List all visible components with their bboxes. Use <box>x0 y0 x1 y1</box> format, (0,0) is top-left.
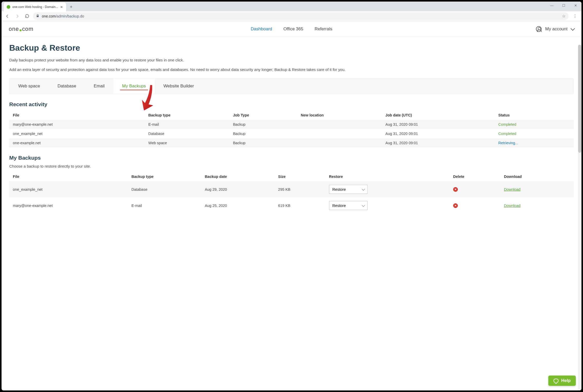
cell-job: Backup <box>229 120 297 129</box>
site-topnav: onecom Dashboard Office 365 Referrals My… <box>2 21 342 37</box>
col-new-location: New location <box>297 111 342 120</box>
nav-forward-button[interactable] <box>13 12 21 20</box>
table-row: mary@one-example.netE-mailBackupAug 31, … <box>9 120 342 129</box>
cell-job: Backup <box>229 129 297 138</box>
cell-file: one_example_net <box>9 181 128 197</box>
cell-file: mary@one-example.net <box>9 197 128 214</box>
page-desc-2: Add an extra layer of security and prote… <box>9 67 342 73</box>
bk-col-date: Backup date <box>201 172 275 181</box>
bk-col-size: Size <box>275 172 325 181</box>
browser-tab[interactable]: one.com Web hosting - Domain... ✕ <box>4 3 66 11</box>
nav-link-referrals[interactable]: Referrals <box>315 26 332 32</box>
tab-website-builder[interactable]: Website Builder <box>155 78 203 94</box>
logo-text-left: one <box>9 26 19 32</box>
tab-web-space[interactable]: Web space <box>10 78 49 94</box>
cell-size: 295 KB <box>275 181 325 197</box>
cell-file: one-example.net <box>9 138 145 148</box>
cell-type: Database <box>145 129 229 138</box>
tab-my-backups[interactable]: My Backups <box>113 78 155 94</box>
page-title: Backup & Restore <box>9 43 342 53</box>
recent-activity-heading: Recent activity <box>9 101 342 107</box>
backup-tabs: Web space Database Email My Backups Webs… <box>9 78 342 94</box>
close-tab-icon[interactable]: ✕ <box>60 5 63 9</box>
cell-file: one_example_net <box>9 129 145 138</box>
cell-loc <box>297 138 342 148</box>
bk-col-type: Backup type <box>128 172 201 181</box>
url-text: one.com/admin/backup.do <box>42 14 84 18</box>
site-logo[interactable]: onecom <box>9 26 33 32</box>
cell-file: mary@one-example.net <box>9 120 145 129</box>
my-backups-desc: Choose a backup to restore directly to y… <box>9 164 342 168</box>
nav-link-office365[interactable]: Office 365 <box>284 26 303 32</box>
cell-type: E-mail <box>145 120 229 129</box>
logo-text-right: com <box>22 26 34 32</box>
cell-loc <box>297 120 342 129</box>
col-job-type: Job Type <box>229 111 297 120</box>
site-nav-links: Dashboard Office 365 Referrals <box>251 26 332 32</box>
page-desc-1: Daily backups protect your website from … <box>9 57 342 63</box>
table-row: one-example.netWeb spaceBackupAug 31, 20… <box>9 138 342 148</box>
cell-job: Backup <box>229 138 297 148</box>
cell-restore: Restore <box>325 197 342 214</box>
cell-type: E-mail <box>128 197 201 214</box>
tab-title: one.com Web hosting - Domain... <box>12 5 58 9</box>
col-file: File <box>9 111 145 120</box>
nav-reload-button[interactable] <box>23 12 31 20</box>
recent-activity-table: File Backup type Job Type New location J… <box>9 111 342 148</box>
cell-restore: Restore <box>325 181 342 197</box>
nav-back-button[interactable] <box>4 12 11 20</box>
new-tab-button[interactable]: + <box>68 3 75 11</box>
bk-col-file: File <box>9 172 128 181</box>
lock-icon <box>36 14 39 18</box>
table-row: one_example_netDatabaseBackupAug 31, 202… <box>9 129 342 138</box>
tab-database[interactable]: Database <box>49 78 85 94</box>
address-bar: one.com/admin/backup.do ☆ ⋮ <box>2 11 342 21</box>
table-row: one_example_netDatabaseAug 29, 2020295 K… <box>9 181 342 197</box>
tab-favicon <box>7 5 10 9</box>
tab-email[interactable]: Email <box>85 78 114 94</box>
cell-loc <box>297 129 342 138</box>
logo-dot-icon <box>20 29 22 31</box>
cell-size: 619 KB <box>275 197 325 214</box>
url-field[interactable]: one.com/admin/backup.do ☆ <box>33 12 342 20</box>
nav-link-dashboard[interactable]: Dashboard <box>251 26 272 32</box>
table-row: mary@one-example.netE-mailAug 25, 202061… <box>9 197 342 214</box>
col-backup-type: Backup type <box>145 111 229 120</box>
cell-type: Database <box>128 181 201 197</box>
cell-date: Aug 25, 2020 <box>201 197 275 214</box>
cell-date: Aug 29, 2020 <box>201 181 275 197</box>
bk-col-restore: Restore <box>325 172 342 181</box>
browser-tab-bar: one.com Web hosting - Domain... ✕ + — ☐ … <box>2 2 342 11</box>
restore-select[interactable]: Restore <box>329 185 342 194</box>
my-backups-heading: My Backups <box>9 155 342 161</box>
cell-type: Web space <box>145 138 229 148</box>
my-backups-table: File Backup type Backup date Size Restor… <box>9 172 342 214</box>
restore-select[interactable]: Restore <box>329 201 342 210</box>
